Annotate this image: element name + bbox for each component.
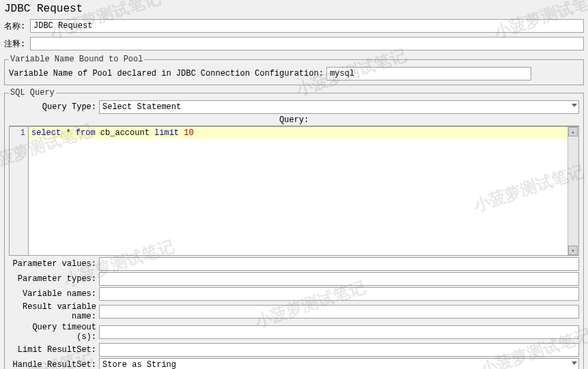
query-type-select[interactable] (99, 100, 579, 114)
query-timeout-label: Query timeout (s): (9, 323, 96, 342)
parameter-types-label: Parameter types: (9, 274, 96, 284)
panel-title: JDBC Request (4, 3, 584, 15)
variable-pool-legend: Variable Name Bound to Pool (9, 55, 144, 64)
vertical-scrollbar[interactable]: ▴ ▾ (568, 127, 578, 255)
query-type-label: Query Type: (9, 102, 96, 112)
editor-gutter: 1 (10, 127, 29, 255)
comments-row: 注释: (4, 37, 584, 50)
comments-input[interactable] (30, 37, 584, 50)
result-variable-name-input[interactable] (99, 305, 579, 319)
editor-line-1[interactable]: select * from cb_account limit 10 (29, 127, 568, 139)
limit-resultset-label: Limit ResultSet: (9, 345, 96, 355)
name-input[interactable] (30, 19, 584, 33)
handle-resultset-select[interactable] (99, 358, 579, 369)
query-header: Query: (9, 115, 579, 126)
editor-body[interactable]: select * from cb_account limit 10 (29, 127, 568, 255)
comments-label: 注释: (4, 38, 27, 50)
name-label: 名称: (4, 20, 27, 32)
parameter-values-label: Parameter values: (9, 259, 96, 269)
parameter-values-input[interactable] (99, 257, 579, 271)
result-variable-name-label: Result variable name: (9, 302, 96, 321)
parameter-types-input[interactable] (99, 272, 579, 286)
handle-resultset-label: Handle ResultSet: (9, 360, 96, 369)
scroll-down-icon[interactable]: ▾ (568, 246, 578, 255)
variable-names-input[interactable] (99, 287, 579, 301)
handle-resultset-value[interactable] (99, 358, 579, 369)
sql-query-legend: SQL Query (9, 88, 56, 98)
pool-label: Variable Name of Pool declared in JDBC C… (9, 69, 324, 78)
jdbc-request-panel: JDBC Request 名称: 注释: Variable Name Bound… (0, 0, 588, 369)
query-editor[interactable]: 1 select * from cb_account limit 10 ▴ ▾ (9, 126, 579, 256)
line-number: 1 (10, 128, 25, 138)
sql-query-fieldset: SQL Query Query Type: Query: 1 select * … (4, 88, 584, 369)
name-row: 名称: (4, 19, 584, 33)
scroll-up-icon[interactable]: ▴ (568, 127, 578, 136)
variable-pool-fieldset: Variable Name Bound to Pool Variable Nam… (4, 55, 584, 85)
variable-names-label: Variable names: (9, 289, 96, 299)
query-timeout-input[interactable] (99, 325, 579, 339)
limit-resultset-input[interactable] (99, 343, 579, 357)
query-type-value[interactable] (99, 100, 579, 114)
pool-input[interactable] (326, 67, 531, 80)
